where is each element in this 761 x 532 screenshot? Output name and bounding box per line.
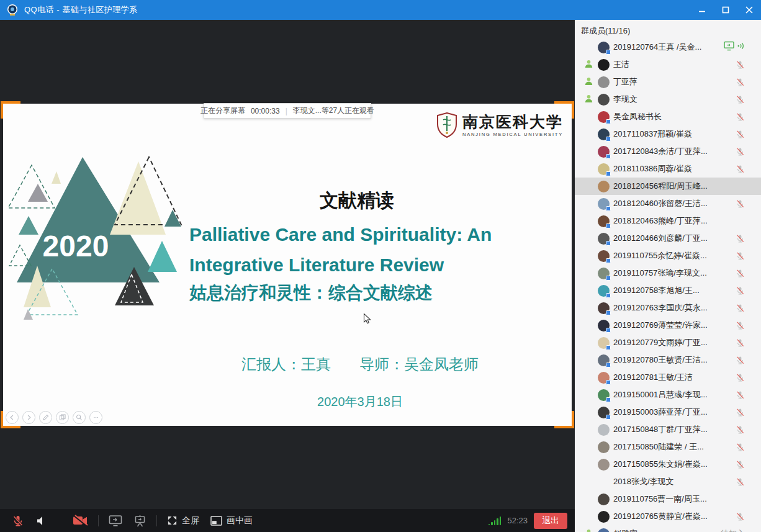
device-badge <box>606 293 611 298</box>
prev-slide-button[interactable] <box>6 411 19 424</box>
avatar <box>598 111 610 123</box>
member-row[interactable]: 2019120758李旭旭/王... <box>575 282 761 299</box>
device-badge <box>606 154 611 159</box>
device-badge <box>606 171 611 176</box>
member-row[interactable]: 2019120765黄静宜/崔焱... <box>575 508 761 525</box>
close-button[interactable] <box>737 0 761 20</box>
member-name: 吴金凤秘书长 <box>613 111 736 122</box>
device-badge <box>606 206 611 211</box>
member-row[interactable]: 2019110755余忆婷/崔焱... <box>575 247 761 264</box>
member-row[interactable]: 李现文 <box>575 91 761 108</box>
member-mic-muted-icon <box>736 199 745 209</box>
avatar <box>598 250 610 262</box>
screen-share-button[interactable] <box>103 509 128 532</box>
member-name: 王洁 <box>613 59 736 70</box>
member-row[interactable]: 2019120781王敏/王洁 <box>575 369 761 386</box>
member-mic-muted-icon <box>736 477 745 487</box>
member-name: 2018120466刘彦麟/丁亚... <box>613 233 736 244</box>
member-row[interactable]: 丁亚萍 <box>575 73 761 91</box>
member-row[interactable]: 2018120463熊峰/丁亚萍... <box>575 212 761 230</box>
next-slide-button[interactable] <box>22 411 35 424</box>
pip-button[interactable]: 画中画 <box>205 509 258 532</box>
university-shield-icon <box>436 112 457 138</box>
member-name: 2019110757张瑜/李现文... <box>613 268 736 279</box>
member-row[interactable]: 2017120843余洁/丁亚萍... <box>575 143 761 160</box>
member-row[interactable]: 2019120764王真 /吴金... <box>575 38 761 56</box>
member-row[interactable]: 2019120780王敏贤/王洁... <box>575 351 761 369</box>
camera-off-button[interactable] <box>67 509 94 532</box>
more-options-button[interactable] <box>89 411 102 424</box>
device-badge <box>606 380 611 385</box>
member-mic-muted-icon <box>736 165 745 174</box>
member-row[interactable]: 2019110757张瑜/李现文... <box>575 264 761 282</box>
member-row[interactable]: 2017150850陆建荣 / 王... <box>575 438 761 456</box>
member-name: 2019150001吕慧彧/李现... <box>613 389 736 400</box>
speaker-button[interactable] <box>30 509 53 532</box>
avatar <box>598 76 610 88</box>
mic-muted-button[interactable] <box>6 509 30 532</box>
member-name: 丁亚萍 <box>613 76 736 88</box>
minimize-button[interactable] <box>690 0 714 20</box>
whiteboard-icon <box>133 515 146 527</box>
member-row[interactable]: 2019150001吕慧彧/李现... <box>575 386 761 404</box>
whiteboard-button[interactable] <box>128 509 152 532</box>
member-row[interactable]: 2017110837邢颖/崔焱 <box>575 125 761 143</box>
device-badge <box>606 137 611 142</box>
member-name: 2017150850陆建荣 / 王... <box>613 441 736 453</box>
avatar <box>598 354 610 366</box>
viewers-text: 李现文...等27人正在观看 <box>293 106 374 116</box>
member-row[interactable]: 2019110756曹一南/周玉... <box>575 490 761 508</box>
device-badge <box>606 119 611 124</box>
avatar <box>598 459 610 471</box>
member-row[interactable]: 吴金凤秘书长 <box>575 108 761 125</box>
member-row[interactable]: 2019150003薛亚萍/丁亚... <box>575 404 761 421</box>
exit-call-button[interactable]: 退出 <box>534 513 567 529</box>
member-mic-muted-icon <box>736 286 745 295</box>
member-name: 2019120779文雨婷/丁亚... <box>613 337 736 348</box>
fullscreen-button[interactable]: 全屏 <box>161 509 205 532</box>
member-mic-muted-icon <box>736 234 745 243</box>
member-name: 2017120843余洁/丁亚萍... <box>613 146 736 157</box>
avatar <box>598 268 610 279</box>
member-row[interactable]: 王洁 <box>575 56 761 73</box>
member-name: 2018120463熊峰/丁亚萍... <box>613 215 745 227</box>
pen-tool-button[interactable] <box>39 411 52 424</box>
member-row[interactable]: 2018张戈/李现文 <box>575 473 761 490</box>
online-person-icon <box>584 528 593 532</box>
camera-off-icon <box>73 515 88 526</box>
member-speaking-icon <box>737 42 745 53</box>
member-row[interactable]: 2019120763李国庆/莫永... <box>575 299 761 317</box>
avatar <box>598 128 610 140</box>
slide-overview-button[interactable] <box>56 411 69 424</box>
avatar <box>598 146 610 158</box>
member-name: 2019150003薛亚萍/丁亚... <box>613 407 736 418</box>
triangle-artwork: 2020 <box>3 153 189 333</box>
call-duration: 52:23 <box>507 516 528 525</box>
member-row[interactable]: 2018120466刘彦麟/丁亚... <box>575 230 761 247</box>
maximize-button[interactable] <box>714 0 737 20</box>
year-text: 2020 <box>43 230 109 263</box>
member-row[interactable]: 2017150855朱文娟/崔焱... <box>575 456 761 473</box>
member-name: 2018120460张留磬/王洁... <box>613 198 736 209</box>
member-name: 2019120764王真 /吴金... <box>613 42 724 53</box>
member-row[interactable]: 2019120779文雨婷/丁亚... <box>575 334 761 351</box>
member-mic-muted-icon <box>736 251 745 261</box>
member-name: 李现文 <box>613 94 736 105</box>
member-row[interactable]: 2018120456程阳/周玉峰... <box>575 178 761 195</box>
member-row[interactable]: 2017150848丁群/丁亚萍... <box>575 421 761 438</box>
member-list: 2019120764王真 /吴金... 王洁 <box>575 38 761 532</box>
avatar <box>598 94 610 106</box>
device-badge <box>606 415 611 420</box>
avatar <box>598 302 610 314</box>
avatar <box>598 407 610 418</box>
member-row[interactable]: 2019120769薄莹莹/许家... <box>575 317 761 334</box>
member-row[interactable]: 赵雅宜 待加入 <box>575 525 761 532</box>
slide-date: 2020年3月18日 <box>158 394 562 410</box>
member-row[interactable]: 2018120460张留磬/王洁... <box>575 195 761 212</box>
zoom-tool-button[interactable] <box>73 411 86 424</box>
member-row[interactable]: 2018110386周蓉/崔焱 <box>575 160 761 178</box>
device-badge <box>606 345 611 350</box>
member-name: 2019120765黄静宜/崔焱... <box>613 511 736 522</box>
avatar <box>598 320 610 331</box>
presentation-slide: 正在分享屏幕 00:00:33 | 李现文...等27人正在观看 南京医科大学 … <box>3 104 572 426</box>
